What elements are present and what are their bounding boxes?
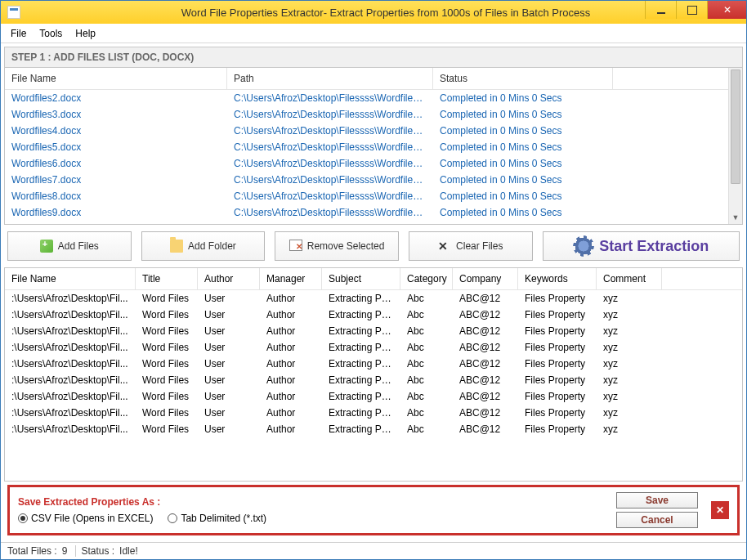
close-button[interactable] [707,1,746,19]
close-panel-button[interactable]: ✕ [711,501,729,519]
property-row[interactable]: :\Users\Afroz\Desktop\Fil...Word FilesUs… [5,339,742,356]
pcol-company[interactable]: Company [453,268,518,289]
property-row[interactable]: :\Users\Afroz\Desktop\Fil...Word FilesUs… [5,421,742,437]
file-row[interactable]: Wordfiles9.docxC:\Users\Afroz\Desktop\Fi… [5,204,742,221]
file-row[interactable]: Wordfiles3.docxC:\Users\Afroz\Desktop\Fi… [5,106,742,123]
status-total-label: Total Files : [7,545,57,557]
pcell-category: Abc [400,421,453,437]
file-row[interactable]: Wordfiles5.docxC:\Users\Afroz\Desktop\Fi… [5,139,742,155]
file-status-cell: Completed in 0 Mins 0 Secs [433,123,613,139]
pcell-file: :\Users\Afroz\Desktop\Fil... [5,356,136,372]
pcol-file[interactable]: File Name [5,268,136,289]
file-row[interactable]: Wordfiles2.docxC:\Users\Afroz\Desktop\Fi… [5,90,742,106]
app-window: Word File Properties Extractor- Extract … [0,0,747,560]
file-path-cell[interactable]: C:\Users\Afroz\Desktop\Filessss\Wordfile… [227,139,433,155]
pcell-company: ABC@12 [453,339,518,356]
pcell-author: User [198,323,260,339]
pcell-subject: Extracting Pro... [322,372,400,388]
file-row[interactable]: Wordfiles6.docxC:\Users\Afroz\Desktop\Fi… [5,155,742,172]
file-path-cell[interactable]: C:\Users\Afroz\Desktop\Filessss\Wordfile… [227,155,433,172]
file-row[interactable]: Wordfiles8.docxC:\Users\Afroz\Desktop\Fi… [5,188,742,204]
add-folder-button[interactable]: Add Folder [141,231,266,261]
file-name-cell[interactable]: Wordfiles9.docx [5,204,227,221]
col-path[interactable]: Path [227,68,433,89]
save-button[interactable]: Save [616,492,698,508]
menu-file[interactable]: File [11,28,26,39]
start-extraction-button[interactable]: Start Extraction [543,231,740,261]
col-spacer [613,68,742,89]
property-row[interactable]: :\Users\Afroz\Desktop\Fil...Word FilesUs… [5,405,742,421]
status-bar: Total Files : 9 Status : Idle! [1,542,746,559]
file-path-cell[interactable]: C:\Users\Afroz\Desktop\Filessss\Wordfile… [227,188,433,204]
status-status-value: Idle! [119,545,138,557]
pcell-category: Abc [400,339,453,356]
pcell-category: Abc [400,290,453,307]
pcell-company: ABC@12 [453,290,518,307]
file-path-cell[interactable]: C:\Users\Afroz\Desktop\Filessss\Wordfile… [227,172,433,188]
property-row[interactable]: :\Users\Afroz\Desktop\Fil...Word FilesUs… [5,323,742,339]
pcell-title: Word Files [136,421,198,437]
file-path-cell[interactable]: C:\Users\Afroz\Desktop\Filessss\Wordfile… [227,204,433,221]
file-row[interactable]: Wordfiles4.docxC:\Users\Afroz\Desktop\Fi… [5,123,742,139]
pcell-title: Word Files [136,290,198,307]
pcell-manager: Author [260,405,322,421]
pcell-category: Abc [400,372,453,388]
pcol-subject[interactable]: Subject [322,268,400,289]
file-path-cell[interactable]: C:\Users\Afroz\Desktop\Filessss\Wordfile… [227,123,433,139]
scroll-thumb[interactable] [731,69,740,184]
pcell-title: Word Files [136,405,198,421]
pcell-company: ABC@12 [453,388,518,405]
file-name-cell[interactable]: Wordfiles6.docx [5,155,227,172]
property-row[interactable]: :\Users\Afroz\Desktop\Fil...Word FilesUs… [5,307,742,323]
property-row[interactable]: :\Users\Afroz\Desktop\Fil...Word FilesUs… [5,290,742,307]
pcell-subject: Extracting Pro... [322,388,400,405]
start-extraction-label: Start Extraction [599,238,709,255]
pcol-title[interactable]: Title [136,268,198,289]
titlebar[interactable]: Word File Properties Extractor- Extract … [1,1,746,24]
pcell-keywords: Files Property [518,421,597,437]
scroll-down-icon[interactable]: ▼ [729,210,742,224]
menu-tools[interactable]: Tools [39,28,62,39]
file-path-cell[interactable]: C:\Users\Afroz\Desktop\Filessss\Wordfile… [227,90,433,106]
cancel-button[interactable]: Cancel [616,512,698,528]
property-row[interactable]: :\Users\Afroz\Desktop\Fil...Word FilesUs… [5,356,742,372]
pcell-company: ABC@12 [453,356,518,372]
pcell-keywords: Files Property [518,339,597,356]
pcell-company: ABC@12 [453,323,518,339]
files-scrollbar[interactable]: ▲ ▼ [728,68,742,224]
action-toolbar: Add Files Add Folder Remove Selected Cle… [4,225,743,267]
pcol-author[interactable]: Author [198,268,260,289]
file-row[interactable]: Wordfiles7.docxC:\Users\Afroz\Desktop\Fi… [5,172,742,188]
remove-selected-button[interactable]: Remove Selected [275,231,399,261]
pcol-keywords[interactable]: Keywords [518,268,597,289]
pcol-category[interactable]: Category [400,268,453,289]
file-name-cell[interactable]: Wordfiles7.docx [5,172,227,188]
col-file-name[interactable]: File Name [5,68,227,89]
pcell-title: Word Files [136,372,198,388]
add-files-button[interactable]: Add Files [7,231,132,261]
minimize-button[interactable] [645,1,676,19]
menu-help[interactable]: Help [75,28,96,39]
file-name-cell[interactable]: Wordfiles3.docx [5,106,227,123]
save-as-label: Save Extracted Properties As : [18,496,266,508]
add-files-label: Add Files [58,240,99,252]
file-name-cell[interactable]: Wordfiles5.docx [5,139,227,155]
file-name-cell[interactable]: Wordfiles2.docx [5,90,227,106]
file-name-cell[interactable]: Wordfiles8.docx [5,188,227,204]
clear-files-button[interactable]: Clear Files [409,231,533,261]
property-row[interactable]: :\Users\Afroz\Desktop\Fil...Word FilesUs… [5,372,742,388]
file-path-cell[interactable]: C:\Users\Afroz\Desktop\Filessss\Wordfile… [227,106,433,123]
radio-csv[interactable]: CSV File (Opens in EXCEL) [18,513,153,524]
pcol-manager[interactable]: Manager [260,268,322,289]
pcell-category: Abc [400,405,453,421]
pcell-author: User [198,307,260,323]
radio-tab[interactable]: Tab Delimited (*.txt) [168,513,266,524]
property-row[interactable]: :\Users\Afroz\Desktop\Fil...Word FilesUs… [5,388,742,405]
pcell-subject: Extracting Pro... [322,421,400,437]
pcell-author: User [198,372,260,388]
file-name-cell[interactable]: Wordfiles4.docx [5,123,227,139]
col-status[interactable]: Status [433,68,613,89]
pcol-comment[interactable]: Comment [597,268,662,289]
pcell-category: Abc [400,388,453,405]
maximize-button[interactable] [676,1,707,19]
